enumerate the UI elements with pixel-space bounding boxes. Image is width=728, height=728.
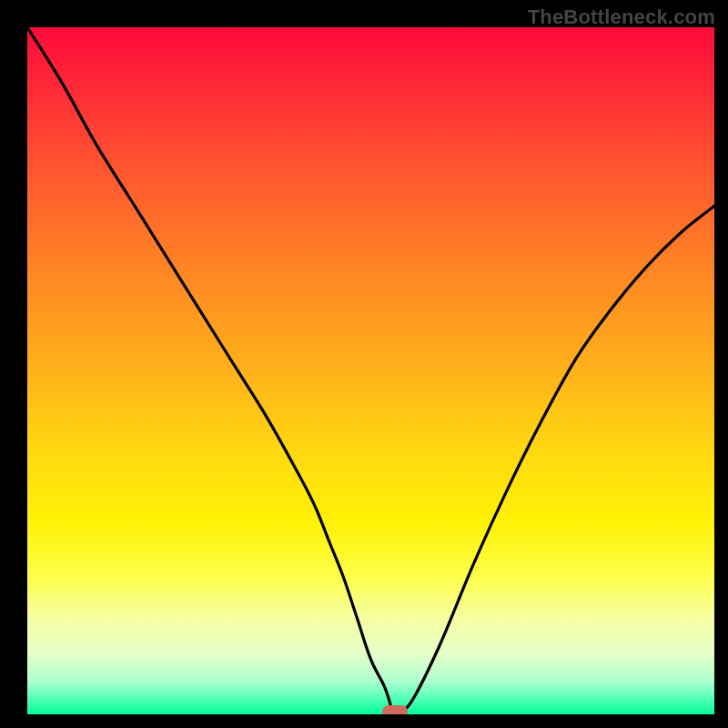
chart-frame: TheBottleneck.com: [0, 0, 728, 728]
plot-area: [27, 27, 714, 714]
optimum-marker: [382, 705, 408, 714]
curve-layer: [27, 27, 714, 714]
bottleneck-curve: [27, 27, 714, 713]
watermark-text: TheBottleneck.com: [528, 5, 715, 29]
